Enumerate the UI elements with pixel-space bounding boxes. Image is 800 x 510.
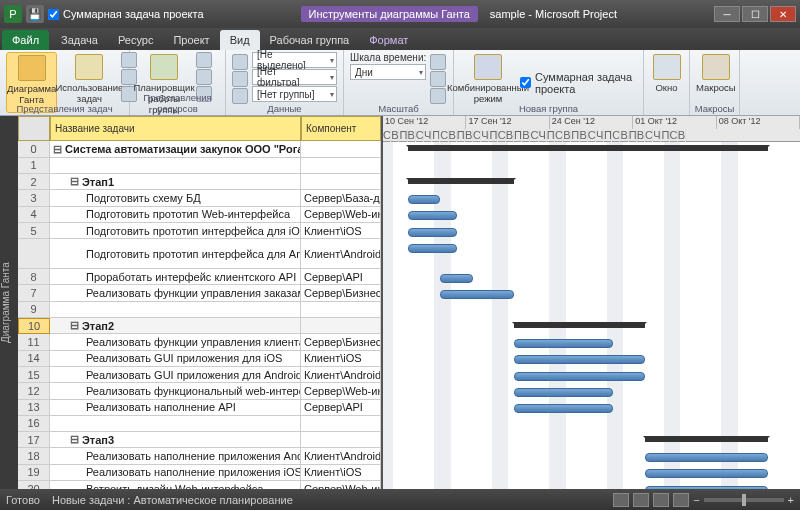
task-bar[interactable] xyxy=(514,355,645,364)
table-row[interactable]: 1 xyxy=(18,158,381,174)
task-bar[interactable] xyxy=(408,195,441,204)
task-name-cell[interactable]: Подготовить прототип интерфейса для Andr… xyxy=(50,239,301,269)
task-name-cell[interactable]: Реализовать функции управления клиентами xyxy=(50,334,301,350)
component-cell[interactable] xyxy=(301,318,381,334)
task-name-cell[interactable]: Проработать интерфейс клиентского API xyxy=(50,269,301,285)
component-cell[interactable]: Клиент\iOS xyxy=(301,465,381,481)
table-row[interactable]: 8Проработать интерфейс клиентского APIСе… xyxy=(18,269,381,285)
table-row[interactable]: 9 xyxy=(18,302,381,318)
task-name-cell[interactable] xyxy=(50,158,301,174)
task-name-cell[interactable] xyxy=(50,302,301,318)
component-cell[interactable] xyxy=(301,416,381,432)
table-row[interactable]: Подготовить прототип интерфейса для Andr… xyxy=(18,239,381,269)
summary-bar[interactable] xyxy=(514,322,645,328)
table-row[interactable]: 14Реализовать GUI приложения для iOSКлие… xyxy=(18,351,381,367)
view-button[interactable] xyxy=(653,493,669,507)
component-cell[interactable]: Сервер\Бизнес- xyxy=(301,285,381,301)
expand-icon[interactable]: ⊟ xyxy=(70,433,79,446)
component-cell[interactable]: Сервер\База-да xyxy=(301,190,381,206)
task-name-cell[interactable]: Встроить дизайн Web-интерфейса xyxy=(50,481,301,489)
task-name-cell[interactable]: ⊟Этап3 xyxy=(50,432,301,448)
component-cell[interactable] xyxy=(301,174,381,190)
summary-task-checkbox[interactable]: Суммарная задача проекта xyxy=(48,7,204,21)
component-cell[interactable]: Сервер\Web-ин xyxy=(301,207,381,223)
task-name-cell[interactable]: Подготовить прототип интерфейса для iOS xyxy=(50,223,301,239)
task-bar[interactable] xyxy=(440,274,473,283)
tab-task[interactable]: Задача xyxy=(51,30,108,50)
view-icon[interactable] xyxy=(196,52,212,68)
component-cell[interactable]: Сервер\API xyxy=(301,400,381,416)
table-row[interactable]: 17⊟Этап3 xyxy=(18,432,381,448)
component-cell[interactable]: Сервер\Бизнес- xyxy=(301,334,381,350)
component-cell[interactable] xyxy=(301,158,381,174)
task-name-cell[interactable] xyxy=(50,416,301,432)
view-icon[interactable] xyxy=(196,69,212,85)
task-name-cell[interactable]: Реализовать наполнение приложения Andro xyxy=(50,448,301,464)
col-id[interactable] xyxy=(18,116,50,141)
component-cell[interactable]: Сервер\Web-ин xyxy=(301,383,381,399)
zoom-out-button[interactable]: − xyxy=(693,494,699,506)
component-cell[interactable]: Клиент\iOS xyxy=(301,223,381,239)
zoom-selected-icon[interactable] xyxy=(430,88,446,104)
view-sidebar[interactable]: Диаграмма Ганта xyxy=(0,116,18,489)
table-row[interactable]: 18Реализовать наполнение приложения Andr… xyxy=(18,448,381,464)
table-row[interactable]: 5Подготовить прототип интерфейса для iOS… xyxy=(18,223,381,239)
sort-icon[interactable] xyxy=(232,54,248,70)
summary-bar[interactable] xyxy=(645,436,768,442)
task-bar[interactable] xyxy=(645,469,768,478)
outline-icon[interactable] xyxy=(232,71,248,87)
col-name[interactable]: Название задачи xyxy=(50,116,301,141)
expand-icon[interactable]: ⊟ xyxy=(70,175,79,188)
view-button[interactable] xyxy=(673,493,689,507)
tables-icon[interactable] xyxy=(232,88,248,104)
task-bar[interactable] xyxy=(514,388,612,397)
table-row[interactable]: 20Встроить дизайн Web-интерфейсаСервер\W… xyxy=(18,481,381,489)
table-row[interactable]: 0⊟Система автоматизации закупок ООО "Рог… xyxy=(18,141,381,157)
table-row[interactable]: 16 xyxy=(18,416,381,432)
component-cell[interactable]: Клиент\Android xyxy=(301,367,381,383)
expand-icon[interactable]: ⊟ xyxy=(53,143,62,156)
component-cell[interactable]: Клиент\Android xyxy=(301,239,381,269)
task-bar[interactable] xyxy=(408,244,457,253)
component-cell[interactable]: Сервер\Web-ин xyxy=(301,481,381,489)
task-name-cell[interactable]: ⊟Этап2 xyxy=(50,318,301,334)
component-cell[interactable] xyxy=(301,432,381,448)
gantt-chart[interactable]: 10 Сен '1217 Сен '1224 Сен '1201 Окт '12… xyxy=(383,116,800,489)
tab-team[interactable]: Рабочая группа xyxy=(260,30,360,50)
tab-file[interactable]: Файл xyxy=(2,30,49,50)
zoom-in-button[interactable]: + xyxy=(788,494,794,506)
window-button[interactable]: Окно xyxy=(650,52,683,113)
task-name-cell[interactable]: Реализовать наполнение API xyxy=(50,400,301,416)
minimize-button[interactable]: ─ xyxy=(714,6,740,22)
table-row[interactable]: 4Подготовить прототип Web-интерфейсаСерв… xyxy=(18,207,381,223)
table-row[interactable]: 15Реализовать GUI приложения для Android… xyxy=(18,367,381,383)
task-name-cell[interactable]: Реализовать функциональный web-интерфейс xyxy=(50,383,301,399)
summary-bar[interactable] xyxy=(408,145,769,151)
table-row[interactable]: 3Подготовить схему БДСервер\База-да xyxy=(18,190,381,206)
task-bar[interactable] xyxy=(514,404,612,413)
tab-format[interactable]: Формат xyxy=(359,30,418,50)
component-cell[interactable]: Клиент\Android xyxy=(301,448,381,464)
task-name-cell[interactable]: ⊟Система автоматизации закупок ООО "Рога… xyxy=(50,141,301,157)
table-row[interactable]: 13Реализовать наполнение APIСервер\API xyxy=(18,400,381,416)
tab-view[interactable]: Вид xyxy=(220,30,260,50)
close-button[interactable]: ✕ xyxy=(770,6,796,22)
zoom-entire-icon[interactable] xyxy=(430,71,446,87)
task-bar[interactable] xyxy=(408,211,457,220)
table-row[interactable]: 2⊟Этап1 xyxy=(18,174,381,190)
summary-bar[interactable] xyxy=(408,178,515,184)
zoom-slider[interactable] xyxy=(704,498,784,502)
task-bar[interactable] xyxy=(514,339,612,348)
zoom-icon[interactable] xyxy=(430,54,446,70)
task-name-cell[interactable]: Реализовать GUI приложения для Android xyxy=(50,367,301,383)
timescale-combo[interactable]: Дни xyxy=(350,64,426,80)
task-name-cell[interactable]: Реализовать наполнение приложения iOS xyxy=(50,465,301,481)
gantt-body[interactable] xyxy=(383,142,800,489)
component-cell[interactable] xyxy=(301,141,381,157)
view-button[interactable] xyxy=(633,493,649,507)
col-component[interactable]: Компонент xyxy=(301,116,381,141)
group-combo[interactable]: [Нет группы] xyxy=(252,86,337,102)
component-cell[interactable] xyxy=(301,302,381,318)
app-icon[interactable]: P xyxy=(4,5,22,23)
grid-body[interactable]: 0⊟Система автоматизации закупок ООО "Рог… xyxy=(18,141,381,489)
